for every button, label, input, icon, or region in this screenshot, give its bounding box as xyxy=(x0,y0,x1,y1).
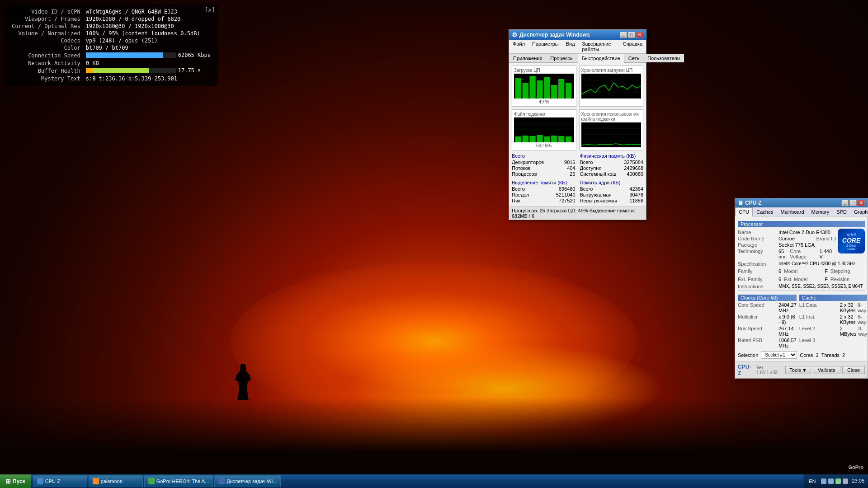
taskmgr-status-text: Процессов: 25 Загрузка ЦП: 49% Выделение… xyxy=(512,208,643,219)
svg-rect-9 xyxy=(551,85,557,99)
l1data-way: 8-way xyxy=(858,302,867,313)
cpuz-close-button[interactable]: ✕ xyxy=(858,200,865,206)
taskmgr-menu-help[interactable]: Справка xyxy=(621,40,644,53)
vo-label: Volume / Normalized xyxy=(10,30,84,37)
kernel-paged-row: Выгружаемая 30476 xyxy=(580,192,644,197)
tab-mainboard[interactable]: Mainboard xyxy=(777,207,808,216)
multiplier-value: x 9.0 (6 - 9) xyxy=(778,314,797,325)
bus-speed-value: 267.14 MHz xyxy=(778,326,797,337)
code-name-label: Code Name xyxy=(738,236,778,241)
cpu-name-label: Name xyxy=(738,230,778,235)
cache-column: Cache L1 Data 2 x 32 KBytes 8-way L1 Ins… xyxy=(799,293,867,349)
tab-memory[interactable]: Memory xyxy=(808,207,833,216)
kernel-nonpaged-label: Невыгружаемая xyxy=(580,198,618,203)
family-field: Family 6 xyxy=(738,268,781,274)
close-cpuz-button[interactable]: Close xyxy=(842,366,865,374)
svg-rect-4 xyxy=(515,78,521,99)
revision-label: Revision xyxy=(830,277,868,282)
cpuz-action-buttons: Tools ▼ Validate Close xyxy=(785,366,865,374)
ext-family-model-row: Ext. Family 6 Ext. Model F Revision L2 xyxy=(738,276,865,283)
tools-button[interactable]: Tools ▼ xyxy=(785,366,811,374)
phys-avail-value: 2429668 xyxy=(624,165,643,171)
model-value: F xyxy=(825,268,828,274)
clock-time: 23:05 xyxy=(852,478,864,484)
totals-title: Всего xyxy=(512,153,576,159)
taskmgr-menubar: Файл Параметры Вид Завершение работы Спр… xyxy=(509,40,646,54)
cpuz-minimize-button[interactable]: _ xyxy=(841,200,849,206)
tab-spd[interactable]: SPD xyxy=(833,207,850,216)
tab-caches[interactable]: Caches xyxy=(753,207,777,216)
cpu-graph-svg xyxy=(514,74,574,99)
tab-apps[interactable]: Приложения xyxy=(509,54,546,62)
start-label: Пуск xyxy=(13,478,25,484)
technology-field: Technology 65 nm Core Voltage 1.448 V xyxy=(738,249,836,259)
stepping-label: Stepping xyxy=(830,268,868,274)
taskbar-item-cpuz[interactable]: CPU-Z xyxy=(33,475,87,487)
cpuz-brand-label: CPU-Z xyxy=(738,364,754,376)
vo-value: vp9 (248) / opus (251) xyxy=(84,37,212,44)
selection-row: Selection Socket #1 Cores 2 Threads 2 xyxy=(738,351,865,359)
video-overlay-table: Video ID / sCPN wTcNtgA6gHs / QNGR 64BW … xyxy=(10,8,212,82)
tray-icon-3 xyxy=(835,479,841,484)
commit-peak-label: Пик xyxy=(512,198,520,203)
vo-value: bt709 / bt709 xyxy=(84,44,212,52)
cache-title: Cache xyxy=(799,295,867,301)
l1inst-field: L1 Inst. 2 x 32 KBytes 8-way xyxy=(799,314,867,325)
vo-value: 868x488@30 / 868x488@30 xyxy=(84,23,212,30)
cpuz-bottombar: CPU-Z Ver. 1.81.1.x32 Tools ▼ Validate C… xyxy=(735,361,868,378)
taskmgr-menu-params[interactable]: Параметры xyxy=(530,40,561,53)
tab-cpu[interactable]: CPU xyxy=(735,207,753,216)
vo-value: 868x488 / 0 dropped of 6820 xyxy=(84,15,212,23)
tab-graphics[interactable]: Graphics xyxy=(850,207,868,216)
core-speed-value: 2404.27 MHz xyxy=(778,302,797,313)
svg-rect-5 xyxy=(523,83,528,99)
cpu-usage-graph xyxy=(514,74,574,99)
taskbar-item-palemoon[interactable]: palemoon xyxy=(89,475,143,487)
cpu-history-title: Хронология загрузки ЦП xyxy=(581,68,642,73)
pagefile-history-svg xyxy=(581,122,642,147)
descriptors-label: Дескрипторов xyxy=(512,160,544,165)
svg-rect-7 xyxy=(537,80,542,99)
totals-section: Всего Дескрипторов 9016 Потоков 404 Проц… xyxy=(512,153,576,177)
package-label: Package xyxy=(738,242,778,248)
processes-row: Процессов 25 xyxy=(512,171,576,177)
processor-section-title: Processor xyxy=(738,221,865,227)
l1inst-value: 2 x 32 KBytes xyxy=(840,314,856,325)
cpuz-maximize-button[interactable]: □ xyxy=(849,200,857,206)
l1inst-label: L1 Inst. xyxy=(799,314,840,325)
rated-fsb-value: 1068.57 MHz xyxy=(778,338,797,348)
taskmgr-minimize-button[interactable]: _ xyxy=(620,32,627,38)
taskbar-item-gopro[interactable]: GoPro HERO4: The A... xyxy=(144,475,213,487)
start-button[interactable]: ⊞ Пуск xyxy=(0,474,31,488)
tray-icons xyxy=(821,479,848,484)
svg-rect-25 xyxy=(551,136,557,142)
taskmgr-menu-file[interactable]: Файл xyxy=(511,40,527,53)
tab-users[interactable]: Пользователи xyxy=(643,54,684,62)
network-activity-value: 0 KB xyxy=(84,60,212,67)
threads-label: Threads xyxy=(821,352,840,358)
cores-label: Cores xyxy=(800,352,813,358)
svg-rect-23 xyxy=(537,135,542,142)
tab-network[interactable]: Сеть xyxy=(624,54,643,62)
level2-field: Level 2 2 MBytes 8-way xyxy=(799,326,867,337)
taskmgr-maximize-button[interactable]: □ xyxy=(628,32,635,38)
taskbar-item-taskmgr[interactable]: Диспетчер задач Wi... xyxy=(214,475,281,487)
tab-performance[interactable]: Быстродействие xyxy=(578,54,624,63)
connection-speed-label: Connection Speed xyxy=(10,52,84,60)
taskmgr-menu-view[interactable]: Вид xyxy=(564,40,577,53)
vo-label: Color xyxy=(10,44,84,52)
validate-button[interactable]: Validate xyxy=(813,366,840,374)
tab-processes[interactable]: Процессы xyxy=(546,54,577,62)
pagefile-title: Файл подкачки xyxy=(514,112,574,117)
family-label: Family xyxy=(738,268,778,274)
vo-label: Codecs xyxy=(10,37,84,44)
taskmgr-menu-shutdown[interactable]: Завершение работы xyxy=(580,40,618,53)
cpuz-title: CPU-Z xyxy=(745,200,762,206)
threads-value: 404 xyxy=(567,165,575,171)
phys-total-row: Всего 3275884 xyxy=(580,160,644,165)
socket-select[interactable]: Socket #1 xyxy=(761,351,797,359)
taskmgr-close-button[interactable]: ✕ xyxy=(636,32,643,38)
pagefile-cell: Файл подкачки xyxy=(512,109,576,150)
video-overlay-close[interactable]: [x] xyxy=(204,6,215,13)
pagefile-graph xyxy=(514,117,574,142)
